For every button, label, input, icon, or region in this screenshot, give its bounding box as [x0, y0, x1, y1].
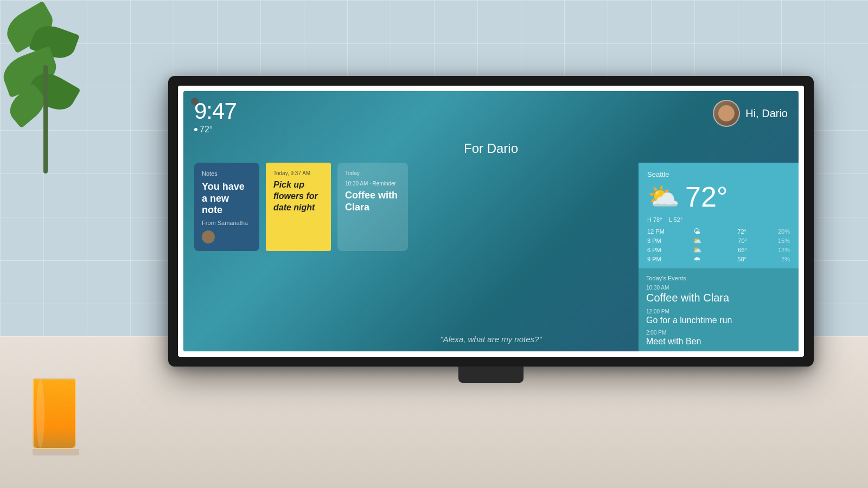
event-time: 4:10 PM	[646, 351, 791, 351]
screen-header: 9:47 72° Hi, Dario	[183, 91, 799, 139]
temp-dot-icon	[194, 128, 197, 131]
forecast-temp: 70°	[728, 237, 747, 244]
forecast-temp: 58°	[727, 256, 746, 262]
events-list: 10:30 AM Coffee with Clara 12:00 PM Go f…	[646, 285, 791, 351]
forecast-percent: 20%	[774, 228, 790, 235]
forecast-icon: 🌧	[693, 255, 700, 263]
forecast-percent: 2%	[774, 256, 790, 262]
event-name: Go for a lunchtime run	[646, 315, 791, 325]
juice-glass	[33, 378, 79, 455]
forecast-time: 6 PM	[647, 247, 666, 253]
events-title: Today's Events	[646, 275, 791, 281]
temperature-value: 72°	[200, 125, 213, 134]
events-panel[interactable]: Today's Events 10:30 AM Coffee with Clar…	[639, 268, 799, 351]
forecast-row: 12 PM 🌤 72° 20%	[647, 227, 790, 235]
notes-card-label: Notes	[202, 170, 252, 177]
event-name: Meet with Ben	[646, 336, 791, 346]
reminder-card[interactable]: Today 10:30 AM · Reminder Coffee with Cl…	[337, 163, 408, 251]
forecast-time: 3 PM	[647, 237, 666, 244]
forecast-row: 6 PM ⛅ 66° 12%	[647, 246, 790, 254]
event-time: 12:00 PM	[646, 309, 791, 314]
notes-card[interactable]: Notes You have a new note From Samanatha	[194, 163, 259, 251]
forecast-row: 3 PM ⛅ 70° 15%	[647, 236, 790, 245]
weather-main: ⛅ 72°	[647, 181, 790, 213]
echo-show-screen[interactable]: 9:47 72° Hi, Dario For Dario	[183, 91, 799, 351]
event-item[interactable]: 2:00 PM Meet with Ben	[646, 330, 791, 346]
event-time: 10:30 AM	[646, 285, 791, 291]
weather-high-low: H 78° L 52°	[647, 216, 790, 223]
note-card-from: From Samanatha	[202, 220, 252, 226]
weather-forecast: 12 PM 🌤 72° 20% 3 PM ⛅ 70° 15% 6 PM ⛅ 66…	[647, 227, 790, 263]
forecast-percent: 15%	[774, 237, 790, 244]
forecast-temp: 72°	[727, 228, 746, 235]
clock-section: 9:47 72°	[194, 100, 237, 134]
forecast-temp: 66°	[728, 247, 747, 253]
glass-body	[33, 378, 76, 449]
event-item[interactable]: 10:30 AM Coffee with Clara	[646, 285, 791, 304]
monitor-bezel: 9:47 72° Hi, Dario For Dario	[178, 86, 804, 357]
reminder-title: Coffee with Clara	[345, 190, 400, 213]
weather-icon: ⛅	[647, 182, 680, 212]
screen-main-area: Notes You have a new note From Samanatha…	[183, 163, 799, 351]
for-user-label: For Dario	[183, 141, 799, 156]
user-avatar[interactable]	[713, 100, 740, 127]
camera-dot	[191, 98, 199, 105]
greeting-section[interactable]: Hi, Dario	[713, 100, 788, 127]
weather-temp: 72°	[685, 181, 728, 213]
forecast-icon: ⛅	[693, 246, 701, 254]
monitor-frame: 9:47 72° Hi, Dario For Dario	[168, 76, 814, 367]
reminder-time: 10:30 AM · Reminder	[345, 181, 400, 187]
plant-decoration	[0, 0, 119, 174]
note-sender-avatar	[202, 230, 215, 243]
forecast-time: 12 PM	[647, 228, 666, 235]
event-item[interactable]: 12:00 PM Go for a lunchtime run	[646, 309, 791, 325]
forecast-icon: 🌤	[693, 227, 700, 235]
right-panels: Seattle ⛅ 72° H 78° L 52°	[639, 163, 799, 351]
event-name: Coffee with Clara	[646, 291, 791, 304]
forecast-icon: ⛅	[693, 236, 701, 245]
sticky-card-text: Pick up flowers for date night	[273, 179, 323, 213]
weather-high: H 78°	[647, 216, 662, 223]
weather-low: L 52°	[669, 216, 682, 223]
reminder-label: Today	[345, 170, 400, 176]
forecast-row: 9 PM 🌧 58° 2%	[647, 255, 790, 263]
monitor-stand	[458, 367, 524, 383]
event-time: 2:00 PM	[646, 330, 791, 336]
note-card-title: You have a new note	[202, 181, 252, 216]
sticky-note-card[interactable]: Today, 9:37 AM Pick up flowers for date …	[266, 163, 331, 251]
reminder-today-label: Today	[345, 170, 360, 176]
event-item[interactable]: 4:10 PM Pick up Alice	[646, 351, 791, 351]
plant-stem	[43, 65, 48, 174]
forecast-percent: 12%	[774, 247, 790, 253]
avatar-face	[718, 105, 735, 121]
clock-temperature: 72°	[194, 125, 237, 134]
glass-base	[33, 449, 79, 455]
weather-city: Seattle	[647, 170, 790, 178]
monitor-wrapper: 9:47 72° Hi, Dario For Dario	[168, 76, 814, 383]
forecast-time: 9 PM	[647, 256, 666, 262]
greeting-text: Hi, Dario	[745, 107, 788, 120]
clock-time: 9:47	[194, 100, 237, 123]
sticky-card-label: Today, 9:37 AM	[273, 170, 323, 176]
weather-panel[interactable]: Seattle ⛅ 72° H 78° L 52°	[639, 163, 799, 268]
